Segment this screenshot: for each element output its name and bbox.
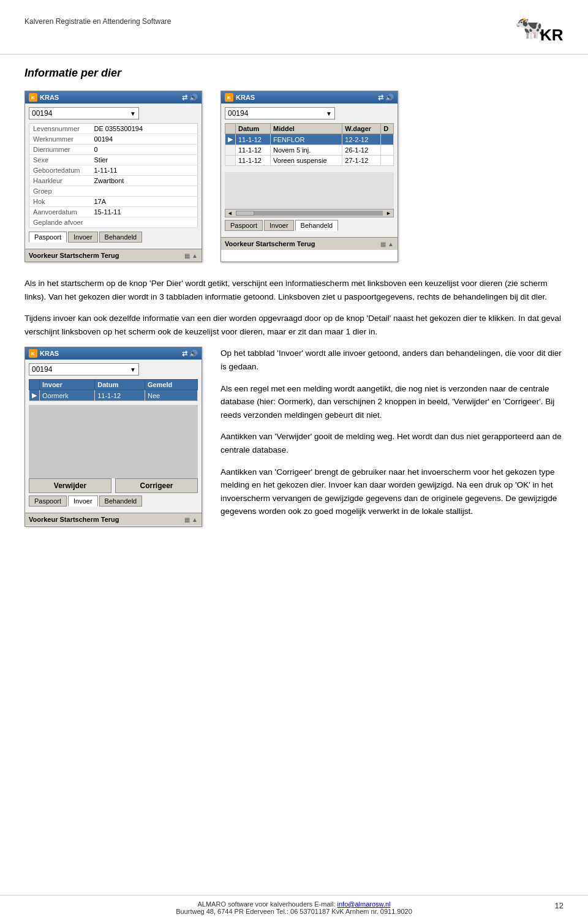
third-dropdown[interactable]: 00194 ▼ — [29, 363, 139, 375]
page-title: Informatie per dier — [24, 67, 564, 80]
cell-middel: Voreen suspensie — [271, 156, 342, 166]
right-table-header-row: Datum Middel W.dager D — [225, 124, 394, 134]
left-window-body: 00194 ▼ LevensnummerDE 0355300194 Werknu… — [25, 104, 202, 249]
right-dropdown-arrow-icon: ▼ — [326, 110, 332, 117]
third-window-tabs: Paspoort Invoer Behandeld — [29, 496, 198, 507]
cell-gemeld: Nee — [145, 390, 197, 401]
dropdown-arrow-icon: ▼ — [130, 110, 136, 117]
table-row: Groep — [29, 186, 198, 197]
table-row: Werknummer00194 — [29, 134, 198, 145]
footer-line2: Buurtweg 48, 6744 PR Ederveen Tel.: 06 5… — [24, 908, 564, 915]
cell-wdager: 27-1-12 — [342, 156, 381, 166]
right-bottom-bar-icons: ▦ ▲ — [380, 241, 394, 247]
row-arrow: ▶ — [225, 134, 236, 145]
left-dropdown-row[interactable]: 00194 ▼ — [29, 107, 198, 119]
right-grid-container: Datum Middel W.dager D ▶ 11-1-12 FENFLOR — [225, 123, 394, 170]
col-d: D — [381, 124, 394, 134]
cell-wdager: 26-1-12 — [342, 145, 381, 156]
scroll-left-icon[interactable]: ◄ — [225, 210, 235, 216]
win-icon: K — [29, 93, 37, 102]
tab-invoer-left[interactable]: Invoer — [68, 232, 98, 243]
page-header: Kalveren Registratie en Attendering Soft… — [0, 0, 588, 55]
right-empty-area — [225, 172, 394, 209]
cow-logo-icon: 🐄 KRAS — [514, 11, 564, 48]
tab-paspoort-third[interactable]: Paspoort — [29, 496, 67, 507]
page-footer: ALMARO software voor kalverhouders E-mai… — [0, 895, 588, 920]
tab-invoer-right[interactable]: Invoer — [264, 220, 294, 231]
invoer-table: Invoer Datum Gemeld ▶ Oormerk 11-1-12 Ne… — [29, 379, 198, 401]
col-invoer: Invoer — [40, 380, 95, 390]
right-dropdown-row[interactable]: 00194 ▼ — [225, 107, 394, 119]
left-dropdown[interactable]: 00194 ▼ — [29, 107, 139, 119]
row-arrow — [225, 145, 236, 156]
cell-middel: Novem 5 inj. — [271, 145, 342, 156]
table-row[interactable]: ▶ 11-1-12 FENFLOR 12-2-12 — [225, 134, 394, 145]
tab-invoer-third[interactable]: Invoer — [68, 496, 98, 507]
table-row: Geplande afvoer — [29, 217, 198, 228]
corrigeer-button[interactable]: Corrigeer — [115, 478, 198, 493]
cell-datum: 11-1-12 — [236, 145, 271, 156]
table-row: Geboortedatum1-11-11 — [29, 165, 198, 176]
win-titlebar-buttons: ⇄ 🔊 — [182, 94, 198, 102]
table-row: HaarkleurZwartbont — [29, 176, 198, 186]
tab-behandeld-right[interactable]: Behandeld — [295, 220, 339, 231]
table-row: Aanvoerdatum15-11-11 — [29, 207, 198, 217]
right-win-titlebar-buttons: ⇄ 🔊 — [378, 94, 394, 102]
main-content: Informatie per dier K KRAS ⇄ 🔊 00194 ▼ — [0, 55, 588, 578]
footer-line1: ALMARO software voor kalverhouders E-mai… — [24, 900, 564, 908]
right-dropdown[interactable]: 00194 ▼ — [225, 107, 335, 119]
table-row: LevensnummerDE 0355300194 — [29, 124, 198, 134]
tab-paspoort-left[interactable]: Paspoort — [29, 232, 67, 243]
cell-d — [381, 134, 394, 145]
left-bottom-bar-text: Voorkeur Startscherm Terug — [29, 252, 181, 259]
third-win-arrows-icon: ⇄ — [182, 350, 187, 358]
tab-paspoort-right[interactable]: Paspoort — [225, 220, 263, 231]
third-window-body: 00194 ▼ Invoer Datum Gemeld — [25, 360, 202, 513]
right-win-speaker-icon: 🔊 — [385, 94, 394, 102]
verwijder-button[interactable]: Verwijder — [29, 478, 111, 493]
bottom-bar-icons: ▦ ▲ — [184, 252, 198, 259]
cell-middel: FENFLOR — [271, 134, 342, 145]
page-number: 12 — [555, 901, 564, 910]
paragraph-2: Tijdens invoer kan ook dezelfde informat… — [24, 312, 564, 338]
scroll-bar-track — [236, 211, 383, 216]
right-window-titlebar: K KRAS ⇄ 🔊 — [221, 91, 398, 104]
cell-datum-invoer: 11-1-12 — [95, 390, 145, 401]
third-dropdown-value: 00194 — [32, 365, 52, 374]
cell-d — [381, 145, 394, 156]
scroll-right-icon[interactable]: ► — [384, 210, 393, 216]
logo-area: 🐄 KRAS — [496, 11, 564, 48]
invoer-header-row: Invoer Datum Gemeld — [29, 380, 198, 390]
table-row[interactable]: 11-1-12 Novem 5 inj. 26-1-12 — [225, 145, 394, 156]
tab-behandeld-left[interactable]: Behandeld — [99, 232, 143, 243]
right-window-title: KRAS — [236, 94, 255, 101]
third-dropdown-row[interactable]: 00194 ▼ — [29, 363, 198, 375]
table-row[interactable]: ▶ Oormerk 11-1-12 Nee — [29, 390, 198, 401]
table-row[interactable]: 11-1-12 Voreen suspensie 27-1-12 — [225, 156, 394, 166]
paragraph-3: Op het tabblad 'Invoer' wordt alle invoe… — [221, 347, 564, 373]
footer-email-link[interactable]: info@almarosw.nl — [337, 900, 391, 908]
left-window-titlebar: K KRAS ⇄ 🔊 — [25, 91, 202, 104]
right-treatment-table: Datum Middel W.dager D ▶ 11-1-12 FENFLOR — [225, 123, 394, 166]
tab-behandeld-third[interactable]: Behandeld — [99, 496, 143, 507]
paragraph-4: Als een regel met een melding wordt aang… — [221, 382, 564, 422]
left-window-title: KRAS — [40, 94, 59, 101]
right-win-icon: K — [225, 93, 233, 102]
left-window-tabs: Paspoort Invoer Behandeld — [29, 232, 198, 243]
third-bottom-icons: ▦ ▲ — [184, 516, 198, 523]
win-speaker-icon: 🔊 — [189, 94, 198, 102]
third-bottom-bar-text: Voorkeur Startscherm Terug — [29, 516, 181, 523]
third-window-bottom-bar: Voorkeur Startscherm Terug ▦ ▲ — [25, 513, 202, 526]
right-window-body: 00194 ▼ Datum Middel W.dager D — [221, 104, 398, 237]
third-window-titlebar: K KRAS ⇄ 🔊 — [25, 347, 202, 360]
right-dropdown-value: 00194 — [228, 109, 248, 118]
footer-text-1: ALMARO software voor kalverhouders E-mai… — [197, 900, 337, 908]
right-win-arrows-icon: ⇄ — [378, 94, 383, 102]
scroll-bar-thumb — [236, 211, 254, 216]
third-window: K KRAS ⇄ 🔊 00194 ▼ — [24, 347, 202, 527]
cell-datum: 11-1-12 — [236, 134, 271, 145]
right-scrollbar[interactable]: ◄ ► — [225, 209, 394, 217]
cell-d — [381, 156, 394, 166]
third-win-icon: K — [29, 349, 37, 358]
right-text-column: Op het tabblad 'Invoer' wordt alle invoe… — [221, 347, 564, 527]
